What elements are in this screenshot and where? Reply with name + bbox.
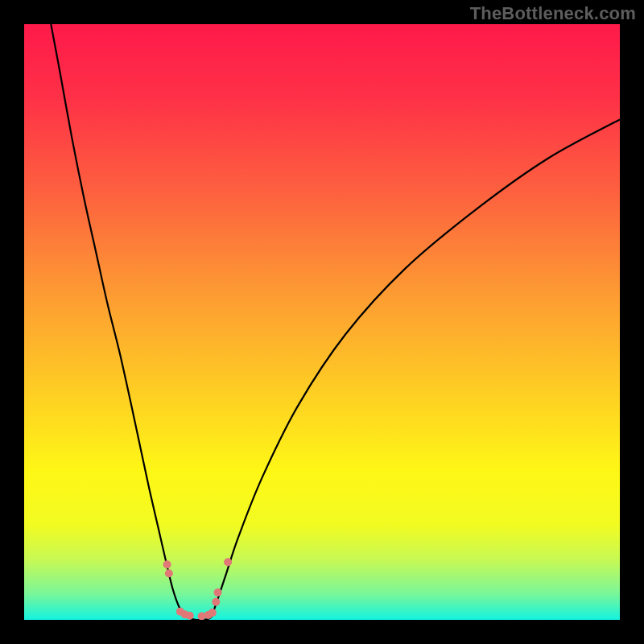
watermark-text: TheBottleneck.com <box>470 3 636 24</box>
data-marker <box>186 612 194 620</box>
data-marker <box>208 609 217 617</box>
chart-frame: TheBottleneck.com <box>0 0 644 644</box>
curve-left-branch <box>51 24 185 617</box>
data-marker <box>224 558 232 566</box>
data-marker <box>214 588 222 597</box>
plot-area <box>24 24 620 620</box>
bottleneck-curve <box>24 24 620 620</box>
curve-right-branch <box>212 119 620 616</box>
data-marker <box>165 569 173 577</box>
data-marker <box>163 560 171 568</box>
data-marker <box>212 598 220 606</box>
